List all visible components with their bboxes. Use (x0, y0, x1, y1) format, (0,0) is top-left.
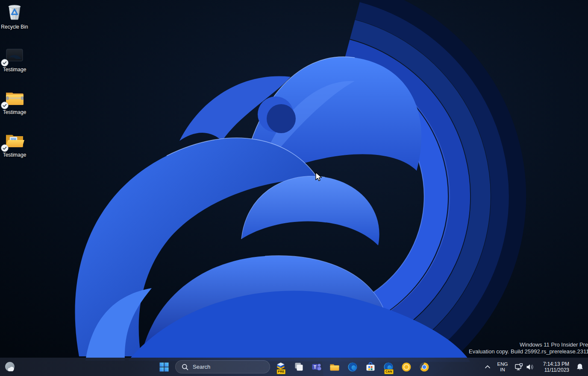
sync-status-icon (1, 144, 9, 152)
desktop-icon-testimage-image[interactable]: Testimage (0, 44, 29, 85)
tray-overflow-button[interactable] (483, 360, 492, 374)
network-icon (515, 363, 523, 371)
notification-bell-icon (576, 363, 584, 371)
sync-status-icon (1, 59, 9, 67)
chrome-canary-icon (401, 361, 412, 373)
svg-text:T: T (314, 364, 316, 369)
taskbar-app-chrome-dev[interactable] (417, 359, 432, 375)
notification-center-button[interactable] (573, 359, 586, 375)
sync-status-icon (1, 102, 9, 109)
edge-icon (347, 361, 358, 373)
microsoft-store-icon (365, 361, 376, 373)
language-line1: ENG (497, 361, 508, 367)
start-button[interactable] (156, 359, 172, 375)
search-input[interactable]: Search (175, 360, 270, 373)
desktop-icon-testimage-zip[interactable]: Testimage (0, 87, 29, 128)
canary-badge: CAN (384, 369, 394, 374)
preview-badge: PRE (276, 369, 285, 374)
watermark-line1: Windows 11 Pro Insider Preview (520, 341, 588, 348)
clock-date: 11/11/2023 (544, 367, 569, 373)
recycle-bin-icon (6, 3, 24, 22)
taskbar-app-file-explorer[interactable] (327, 359, 342, 375)
desktop-icon-testimage-folder[interactable]: Testimage (0, 130, 29, 171)
system-tray-network-volume[interactable] (513, 359, 536, 375)
weather-widgets-icon (4, 361, 16, 373)
search-icon (182, 364, 188, 370)
image-file-icon (6, 49, 23, 61)
start-icon (159, 362, 169, 372)
taskbar-app-edge[interactable] (345, 359, 360, 375)
desktop-wallpaper (0, 0, 588, 376)
taskbar-app-store[interactable] (363, 359, 378, 375)
desktop-icon-recycle-bin[interactable]: Recycle Bin (0, 2, 29, 43)
language-line2: IN (500, 367, 505, 373)
task-view-icon (294, 361, 304, 372)
desktop-icon-label: Testimage (3, 67, 26, 73)
clock[interactable]: 7:14:13 PM 11/11/2023 (538, 359, 571, 375)
chevron-up-icon (485, 365, 491, 369)
taskbar-app-chrome-canary[interactable] (399, 359, 414, 375)
taskbar: Search PRE T (0, 358, 588, 376)
desktop-icon-label: Testimage (3, 110, 26, 115)
clock-time: 7:14:13 PM (543, 361, 569, 367)
taskbar-app-task-view[interactable] (291, 359, 306, 375)
search-placeholder: Search (193, 364, 210, 370)
teams-icon: T (311, 361, 322, 373)
widgets-button[interactable] (2, 359, 19, 374)
language-indicator[interactable]: ENG IN (495, 359, 510, 375)
taskbar-app-teams[interactable]: T (309, 359, 324, 375)
taskbar-app-edge-canary[interactable]: CAN (381, 359, 396, 375)
desktop-icon-label: Recycle Bin (1, 24, 28, 30)
taskbar-app-files-preview[interactable]: PRE (273, 359, 288, 375)
desktop-icon-label: Testimage (3, 152, 26, 158)
volume-icon (526, 364, 534, 370)
chrome-dev-icon (419, 361, 430, 373)
file-explorer-icon (329, 361, 340, 373)
cursor-icon (315, 172, 323, 182)
watermark-line2: Evaluation copy. Build 25992.rs_prerelea… (469, 348, 588, 355)
